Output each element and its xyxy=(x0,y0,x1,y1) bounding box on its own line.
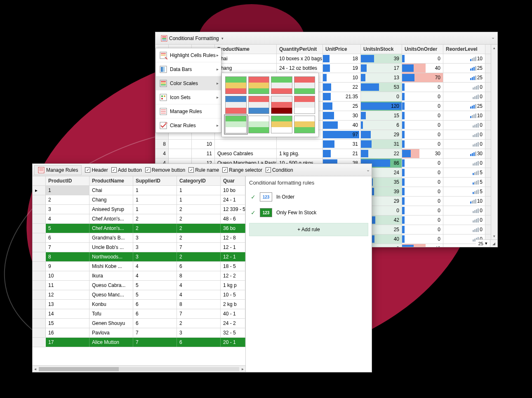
option-header[interactable]: ✓Header xyxy=(83,167,109,173)
table-row[interactable]: 10Ikura4812 - 2 xyxy=(33,271,245,281)
menu-item-color-scales[interactable]: Color Scales ▸ xyxy=(156,76,221,90)
menu-item-highlight-cells-rules[interactable]: Highlight Cells Rules ▸ xyxy=(156,48,221,62)
column-header[interactable]: ProductID xyxy=(46,176,89,185)
scroll-track[interactable] xyxy=(491,51,497,233)
table-row[interactable]: ▸1Chai1110 bo xyxy=(33,186,245,195)
table-row[interactable]: 3Aniseed Syrup1212 339 - 5 xyxy=(33,205,245,214)
option-remove-button[interactable]: ✓Remove button xyxy=(144,167,187,173)
signal-icon xyxy=(473,85,479,90)
color-scale-option[interactable] xyxy=(248,76,270,94)
color-scale-option[interactable] xyxy=(294,76,315,94)
column-header[interactable]: UnitsOnOrder xyxy=(402,45,443,54)
vertical-scrollbar[interactable]: ▴ ▾ xyxy=(491,45,497,239)
row-header[interactable] xyxy=(33,262,46,271)
column-header[interactable]: SupplierID xyxy=(133,176,177,185)
table-row[interactable]: 6Grandma's B...3212 - 8 xyxy=(33,233,245,243)
table-row[interactable]: 15Genen Shouyu6224 - 2 xyxy=(33,319,245,328)
toolbar-overflow-icon[interactable]: ⌄ xyxy=(491,35,495,40)
row-header[interactable] xyxy=(33,281,46,290)
signal-icon xyxy=(473,94,479,99)
table-row[interactable]: 7Uncle Bob's ...3712 - 1 xyxy=(33,243,245,252)
row-header[interactable] xyxy=(33,224,46,233)
toolbar-overflow-icon[interactable]: ⌄ xyxy=(366,167,370,173)
menu-item-icon-sets[interactable]: Icon Sets ▸ xyxy=(156,90,221,104)
option-add-button[interactable]: ✓Add button xyxy=(110,167,144,173)
table-row[interactable]: 12Queso Manc...5410 - 5 xyxy=(33,290,245,300)
cell-unit-price: 31 xyxy=(323,140,361,149)
horizontal-scrollbar[interactable]: ◂ ▸ xyxy=(33,365,245,372)
add-rule-button[interactable]: + Add rule xyxy=(249,223,368,236)
column-header[interactable]: Quar xyxy=(221,176,245,185)
data-grid[interactable]: ProductIDProductNameSupplierIDCategoryID… xyxy=(33,176,245,365)
row-header[interactable] xyxy=(33,271,46,280)
menu-item-data-bars[interactable]: Data Bars ▸ xyxy=(156,62,221,76)
option-rule-name[interactable]: ✓Rule name xyxy=(187,167,221,173)
column-header[interactable]: ProductName xyxy=(215,45,277,54)
table-row[interactable]: 11Queso Cabra...541 kg p xyxy=(33,281,245,290)
column-header[interactable]: QuantityPerUnit xyxy=(277,45,323,54)
color-scale-option[interactable] xyxy=(271,116,292,133)
color-scale-option[interactable] xyxy=(225,96,247,114)
table-row[interactable]: 810313100 xyxy=(155,140,497,149)
scroll-up-icon[interactable]: ▴ xyxy=(491,45,497,51)
row-header[interactable] xyxy=(33,319,46,328)
row-header[interactable] xyxy=(33,252,46,261)
row-header[interactable] xyxy=(33,328,46,337)
scroll-thumb[interactable] xyxy=(39,367,239,371)
column-header[interactable]: ReorderLevel xyxy=(443,45,485,54)
row-header[interactable] xyxy=(33,214,46,223)
row-header[interactable] xyxy=(33,243,46,252)
table-row[interactable]: 411Queso Cabrales1 kg pkg.21223030 xyxy=(155,149,497,159)
rule-item[interactable]: ✓ 123 In Order xyxy=(249,189,368,205)
scroll-down-icon[interactable]: ▾ xyxy=(491,233,497,239)
row-header[interactable] xyxy=(33,338,46,347)
table-row[interactable]: 13Konbu682 kg b xyxy=(33,300,245,309)
svg-rect-8 xyxy=(161,67,163,72)
color-scale-option[interactable] xyxy=(248,96,270,114)
table-row[interactable]: 8Northwoods...3212 - 1 xyxy=(33,252,245,262)
table-row[interactable]: 4Chef Anton's...2248 - 6 xyxy=(33,214,245,224)
table-row[interactable]: 5Chef Anton's...2236 bo xyxy=(33,224,245,233)
column-header[interactable]: ProductName xyxy=(89,176,133,185)
menu-icon xyxy=(159,79,167,88)
menu-item-manage-rules[interactable]: Manage Rules xyxy=(156,104,221,118)
table-row[interactable]: 2Chang1124 - 1 xyxy=(33,195,245,205)
menu-item-label: Data Bars xyxy=(170,66,192,72)
color-scale-option[interactable] xyxy=(294,96,315,114)
color-scale-option[interactable] xyxy=(271,96,292,114)
conditional-formatting-button[interactable]: Conditional Formatting xyxy=(157,33,227,43)
scroll-left-icon[interactable]: ◂ xyxy=(34,367,36,371)
color-scale-option[interactable] xyxy=(225,76,247,94)
table-row[interactable]: 14Tofu6740 - 1 xyxy=(33,309,245,319)
svg-rect-2 xyxy=(162,38,166,39)
option-range-selector[interactable]: ✓Range selector xyxy=(221,167,264,173)
row-header[interactable] xyxy=(33,195,46,204)
color-scale-option[interactable] xyxy=(225,116,247,133)
manage-rules-button[interactable]: Manage Rules xyxy=(34,165,82,175)
table-row[interactable]: 16Pavlova7332 - 5 xyxy=(33,328,245,338)
color-scale-option[interactable] xyxy=(248,116,270,133)
row-header[interactable] xyxy=(33,309,46,318)
row-header[interactable] xyxy=(33,233,46,242)
cell-unit-price: 21.35 xyxy=(323,92,361,101)
menu-item-clear-rules[interactable]: Clear Rules ▸ xyxy=(156,118,221,133)
column-header[interactable]: UnitsInStock xyxy=(361,45,402,54)
row-header[interactable]: ▸ xyxy=(33,186,46,195)
color-scale-option[interactable] xyxy=(271,76,292,94)
row-header[interactable] xyxy=(33,205,46,214)
column-header[interactable]: CategoryID xyxy=(177,176,221,185)
option-condition[interactable]: ✓Condition xyxy=(264,167,295,173)
cell-product-name: Queso Cabrales xyxy=(215,149,277,158)
scroll-right-icon[interactable]: ▸ xyxy=(242,367,244,371)
table-row[interactable]: 9Mishi Kobe ...4618 - 5 xyxy=(33,262,245,271)
column-header[interactable] xyxy=(33,176,46,185)
color-scale-option[interactable] xyxy=(294,116,315,133)
table-row[interactable]: 17Alice Mutton7620 - 1 xyxy=(33,338,245,347)
rule-item[interactable]: ✓ 123 Only Few In Stock xyxy=(249,205,368,220)
rule-label: Only Few In Stock xyxy=(276,210,316,216)
resize-corner-icon[interactable]: ◢ xyxy=(490,239,497,247)
row-header[interactable] xyxy=(33,290,46,299)
column-header[interactable]: UnitPrice xyxy=(323,45,361,54)
row-header[interactable] xyxy=(33,300,46,309)
cell-product-name: Chai xyxy=(215,54,277,63)
